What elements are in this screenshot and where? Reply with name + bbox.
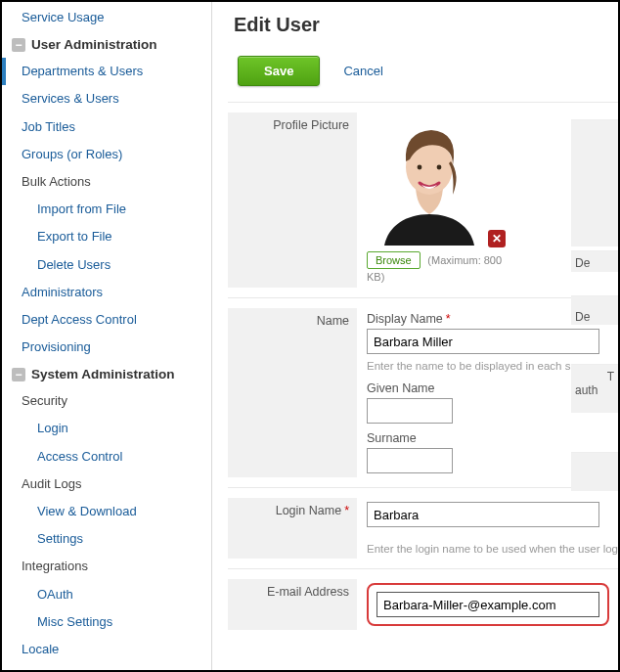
- surname-label: Surname: [367, 431, 618, 445]
- name-label: Name: [228, 308, 357, 477]
- sidebar-section-label: System Administration: [31, 367, 175, 381]
- sidebar-item-locale[interactable]: Locale: [2, 636, 211, 663]
- sidebar-item-departments-users[interactable]: Departments & Users: [2, 58, 211, 85]
- sidebar: Service Usage − User Administration Depa…: [2, 2, 212, 670]
- sidebar-section-label: User Administration: [31, 37, 157, 52]
- svg-point-3: [437, 165, 442, 170]
- sidebar-item-provisioning[interactable]: Provisioning: [2, 334, 211, 361]
- form: Profile Picture: [228, 102, 618, 640]
- email-label: E-mail Address: [228, 579, 357, 630]
- required-indicator: *: [344, 504, 349, 517]
- sidebar-item-settings[interactable]: Settings: [2, 525, 211, 553]
- login-name-helper: Enter the login name to be used when the…: [367, 543, 618, 555]
- profile-picture-label: Profile Picture: [228, 112, 357, 288]
- surname-input[interactable]: [367, 448, 453, 473]
- save-button[interactable]: Save: [238, 56, 320, 86]
- sidebar-item-integrations: Integrations: [2, 553, 211, 580]
- collapse-icon: −: [12, 38, 25, 52]
- sidebar-item-services-users[interactable]: Services & Users: [2, 85, 211, 112]
- sidebar-item-login[interactable]: Login: [2, 415, 211, 442]
- collapse-icon: −: [12, 368, 25, 381]
- sidebar-item-administrators[interactable]: Administrators: [2, 279, 211, 306]
- required-indicator: *: [446, 312, 451, 326]
- sidebar-item-oauth[interactable]: OAuth: [2, 581, 211, 608]
- email-highlight-box: [367, 583, 609, 626]
- sidebar-item-service-usage[interactable]: Service Usage: [2, 4, 211, 31]
- sidebar-item-job-titles[interactable]: Job Titles: [2, 113, 211, 141]
- cutoff-right-column: De De T auth: [606, 2, 618, 670]
- login-name-input[interactable]: [367, 502, 599, 527]
- page-title: Edit User: [234, 14, 618, 36]
- sidebar-item-view-download[interactable]: View & Download: [2, 498, 211, 525]
- sidebar-section-system-admin[interactable]: − System Administration: [2, 361, 211, 387]
- cancel-link[interactable]: Cancel: [343, 64, 382, 78]
- sidebar-item-delete-users[interactable]: Delete Users: [2, 251, 211, 279]
- sidebar-item-dept-access-control[interactable]: Dept Access Control: [2, 306, 211, 334]
- email-input[interactable]: [376, 592, 599, 617]
- avatar: ✕: [367, 116, 492, 246]
- login-name-label: Login Name*: [228, 498, 357, 559]
- sidebar-item-import-from-file[interactable]: Import from File: [2, 196, 211, 223]
- sidebar-item-groups-roles[interactable]: Groups (or Roles): [2, 141, 211, 168]
- given-name-input[interactable]: [367, 398, 453, 424]
- form-row-login-name: Login Name* Enter the login name to be u…: [228, 487, 618, 568]
- sidebar-item-audit-logs: Audit Logs: [2, 470, 211, 498]
- main-content: Edit User Save Cancel Profile Picture: [212, 2, 618, 670]
- delete-photo-icon[interactable]: ✕: [488, 230, 506, 247]
- sidebar-item-access-control[interactable]: Access Control: [2, 443, 211, 470]
- action-row: Save Cancel: [238, 56, 618, 86]
- sidebar-section-user-admin[interactable]: − User Administration: [2, 31, 211, 58]
- svg-point-2: [418, 165, 422, 170]
- sidebar-item-export-to-file[interactable]: Export to File: [2, 223, 211, 250]
- form-row-profile-picture: Profile Picture: [228, 102, 618, 297]
- sidebar-item-customize: Customize: [2, 663, 211, 672]
- browse-button[interactable]: Browse: [367, 251, 421, 269]
- sidebar-item-bulk-actions: Bulk Actions: [2, 168, 211, 196]
- form-row-name: Name Display Name* Enter the name to be …: [228, 297, 618, 487]
- sidebar-item-security: Security: [2, 387, 211, 415]
- sidebar-item-misc-settings[interactable]: Misc Settings: [2, 608, 211, 636]
- form-row-email: E-mail Address: [228, 568, 618, 640]
- display-name-input[interactable]: [367, 329, 599, 354]
